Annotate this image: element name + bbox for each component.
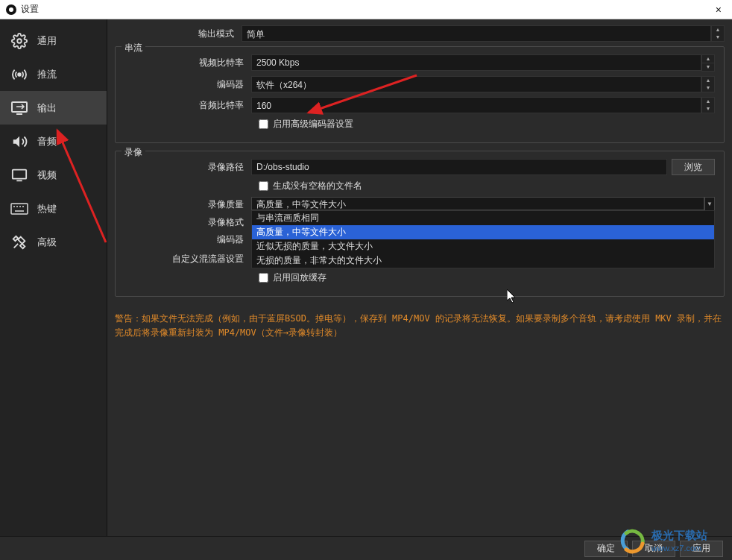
titlebar: 设置 × [0,0,732,19]
recording-quality-dropdown: 与串流画质相同 高质量，中等文件大小 近似无损的质量，大文件大小 无损的质量，非… [251,210,715,268]
audio-bitrate-select[interactable]: 160 ▲▼ [251,97,715,113]
sidebar-item-label: 热键 [37,202,57,215]
dropdown-option[interactable]: 高质量，中等文件大小 [252,225,714,239]
recording-path-input[interactable] [251,159,667,175]
replay-buffer-checkbox[interactable] [259,273,268,283]
recording-quality-select[interactable]: 高质量，中等文件大小 ▼ [251,197,715,212]
nospace-filename-checkbox[interactable] [259,181,268,191]
svg-point-0 [17,39,22,43]
encoder-select[interactable]: 软件（x264） ▲▼ [251,76,715,92]
custom-mux-label: 自定义混流器设置 [124,253,251,265]
sidebar-item-label: 通用 [37,34,57,48]
antenna-icon [10,66,28,84]
stream-group-title: 串流 [122,42,145,54]
enable-adv-encoder-label: 启用高级编码器设置 [273,118,353,130]
footer: 确定 取消 应用 [0,536,732,560]
sidebar-item-label: 高级 [37,236,57,249]
output-mode-label: 输出模式 [115,28,242,40]
output-mode-select[interactable]: 简单 ▲▼ [242,25,725,42]
chevron-updown-icon: ▲▼ [701,97,715,113]
sidebar-item-hotkeys[interactable]: 热键 [0,192,107,225]
enable-adv-encoder-checkbox[interactable] [259,119,268,129]
speaker-icon [10,133,28,151]
recording-group: 录像 录像路径 浏览 生成没有空格的文件名 录像质量 高质量，中等文件大小 [115,151,725,297]
browse-button[interactable]: 浏览 [672,159,715,175]
keyboard-icon [10,200,28,218]
cancel-button[interactable]: 取消 [632,541,675,557]
gear-icon [10,32,28,50]
spinner-icon[interactable]: ▲▼ [701,54,715,72]
recording-path-label: 录像路径 [124,161,251,174]
sidebar-item-audio[interactable]: 音频 [0,125,107,158]
sidebar-item-stream[interactable]: 推流 [0,57,107,91]
recording-format-label: 录像格式 [124,216,251,229]
sidebar-item-label: 推流 [37,68,57,81]
sidebar-item-video[interactable]: 视频 [0,158,107,192]
monitor-icon [10,166,28,184]
sidebar: 通用 推流 输出 音频 视频 [0,19,107,536]
sidebar-item-output[interactable]: 输出 [0,91,107,125]
chevron-updown-icon: ▲▼ [701,76,715,92]
dropdown-option[interactable]: 与串流画质相同 [252,211,714,225]
content-pane: 输出模式 简单 ▲▼ 串流 视频比特率 ▲▼ [107,19,732,536]
close-icon[interactable]: × [711,4,726,16]
chevron-down-icon: ▼ [704,197,715,212]
output-mode-value: 简单 [242,25,711,42]
warning-text: 警告：如果文件无法完成（例如，由于蓝屏BSOD。掉电等），保存到 MP4/MOV… [115,312,725,340]
recording-quality-value: 高质量，中等文件大小 [251,197,704,210]
dropdown-option[interactable]: 无损的质量，非常大的文件大小 [252,254,714,268]
recording-group-title: 录像 [122,146,145,159]
sidebar-item-general[interactable]: 通用 [0,24,107,57]
apply-button[interactable]: 应用 [680,541,723,557]
svg-point-1 [18,73,21,76]
encoder-label: 编码器 [124,78,251,91]
video-bitrate-field[interactable]: ▲▼ [251,54,715,72]
sidebar-item-label: 音频 [37,135,57,148]
tools-icon [10,233,28,251]
replay-buffer-label: 启用回放缓存 [273,271,326,284]
encoder-value: 软件（x264） [251,76,701,92]
audio-bitrate-label: 音频比特率 [124,99,251,112]
sidebar-item-advanced[interactable]: 高级 [0,225,107,259]
monitor-arrow-icon [10,99,28,117]
video-bitrate-label: 视频比特率 [124,57,251,69]
stream-group: 串流 视频比特率 ▲▼ 编码器 软件（x264） ▲▼ [115,46,725,143]
nospace-filename-label: 生成没有空格的文件名 [273,180,362,192]
video-bitrate-input[interactable] [251,54,701,71]
ok-button[interactable]: 确定 [584,541,628,557]
app-icon [6,4,16,15]
chevron-updown-icon: ▲▼ [711,25,725,42]
sidebar-item-label: 视频 [37,169,57,182]
svg-rect-4 [13,169,26,178]
recording-quality-label: 录像质量 [124,198,251,211]
svg-rect-6 [11,204,28,214]
recording-encoder-label: 编码器 [124,233,251,246]
audio-bitrate-value: 160 [251,97,701,113]
window-title: 设置 [21,3,39,16]
sidebar-item-label: 输出 [37,101,57,115]
dropdown-option[interactable]: 近似无损的质量，大文件大小 [252,239,714,254]
